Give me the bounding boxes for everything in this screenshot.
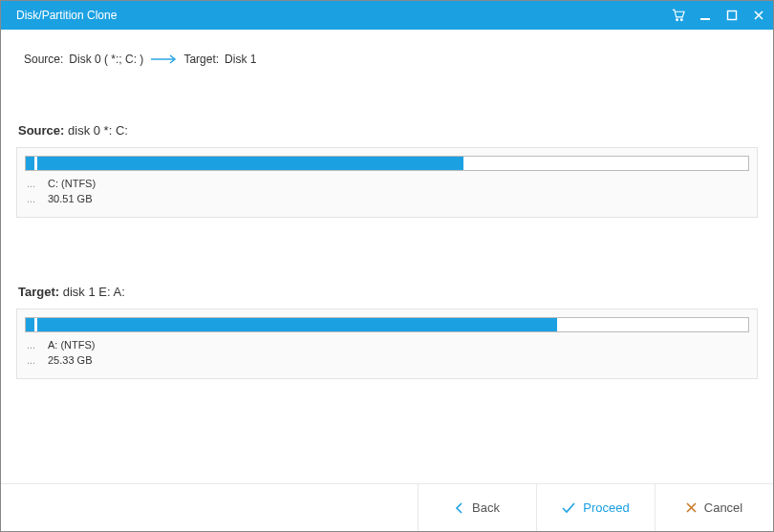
cancel-button[interactable]: Cancel (655, 484, 773, 531)
svg-rect-2 (700, 18, 710, 20)
cancel-button-label: Cancel (704, 500, 742, 515)
close-icon (686, 502, 697, 513)
svg-point-0 (677, 19, 678, 21)
source-heading-label: Source: (18, 123, 64, 138)
footer-spacer (1, 484, 418, 531)
target-disk-meta: ... A: (NTFS) ... 25.33 GB (25, 338, 749, 369)
breadcrumb-target-value: Disk 1 (225, 53, 256, 66)
source-partition-size: 30.51 GB (48, 192, 92, 207)
source-partition-label: C: (NTFS) (48, 177, 96, 192)
back-button[interactable]: Back (418, 484, 536, 531)
target-heading-value: disk 1 E: A: (63, 285, 125, 299)
breadcrumb: Source: Disk 0 ( *:; C: ) Target: Disk 1 (1, 30, 773, 77)
target-partition-label: A: (NTFS) (48, 338, 96, 353)
svg-rect-3 (728, 11, 737, 20)
ellipsis-icon: ... (27, 338, 38, 353)
target-disk-panel: ... A: (NTFS) ... 25.33 GB (16, 309, 758, 379)
ellipsis-icon: ... (27, 353, 38, 369)
spacer (1, 379, 773, 483)
source-fill-segment (37, 157, 463, 170)
app-window: Disk/Partition Clone Source: (0, 0, 774, 532)
source-disk-panel: ... C: (NTFS) ... 30.51 GB (16, 147, 758, 218)
ellipsis-icon: ... (27, 192, 38, 207)
content-area: Source: Disk 0 ( *:; C: ) Target: Disk 1… (1, 30, 773, 531)
proceed-button-label: Proceed (583, 500, 629, 515)
titlebar: Disk/Partition Clone (1, 1, 773, 30)
source-disk-meta: ... C: (NTFS) ... 30.51 GB (25, 177, 749, 207)
window-title: Disk/Partition Clone (16, 9, 672, 22)
arrow-right-icon (149, 54, 178, 64)
chevron-left-icon (455, 502, 464, 514)
cart-icon[interactable] (672, 9, 685, 22)
maximize-icon[interactable] (725, 9, 739, 22)
footer: Back Proceed Cancel (1, 483, 773, 531)
target-usage-bar (25, 317, 749, 332)
ellipsis-icon: ... (27, 177, 38, 192)
source-usage-bar (25, 156, 749, 171)
window-controls (672, 9, 765, 22)
breadcrumb-source-value: Disk 0 ( *:; C: ) (69, 53, 143, 66)
source-section: Source: disk 0 *: C: ... C: (NTFS) ... 3… (1, 77, 773, 218)
close-icon[interactable] (752, 9, 765, 22)
source-reserved-segment (26, 157, 37, 170)
back-button-label: Back (472, 500, 500, 515)
target-fill-segment (37, 318, 557, 331)
source-heading-value: disk 0 *: C: (68, 123, 128, 138)
proceed-button[interactable]: Proceed (536, 484, 655, 531)
target-heading-label: Target: (18, 285, 59, 299)
minimize-icon[interactable] (699, 9, 712, 22)
source-heading: Source: disk 0 *: C: (16, 123, 758, 138)
target-section: Target: disk 1 E: A: ... A: (NTFS) ... 2… (1, 218, 773, 379)
check-icon (562, 502, 575, 514)
breadcrumb-source-label: Source: (24, 53, 63, 66)
svg-point-1 (680, 19, 682, 21)
target-reserved-segment (26, 318, 37, 331)
target-heading: Target: disk 1 E: A: (16, 285, 758, 299)
target-partition-size: 25.33 GB (48, 353, 92, 369)
breadcrumb-target-label: Target: (183, 53, 219, 66)
